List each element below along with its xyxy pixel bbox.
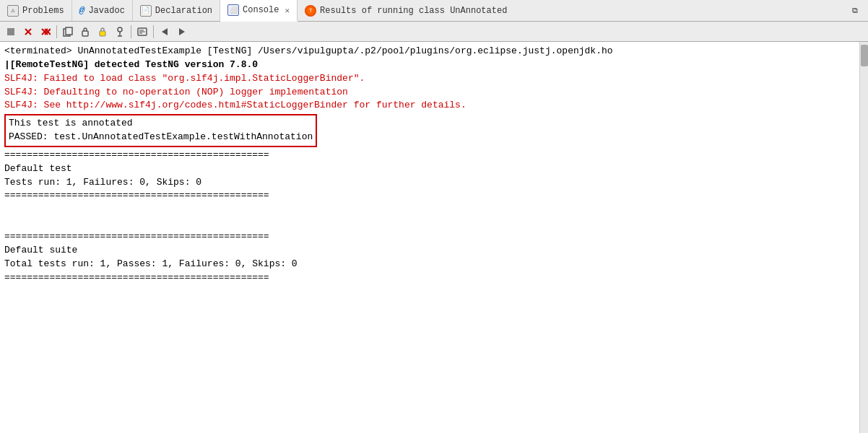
annotated-line2: PASSED: test.UnAnnotatedTestExample.test… <box>9 131 313 144</box>
svg-rect-9 <box>82 31 88 36</box>
slf4j-line2: SLF4J: Defaulting to no-operation (NOP) … <box>4 86 864 100</box>
testng-icon: T <box>305 5 316 17</box>
console-content: <terminated> UnAnnotatedTestExample [Tes… <box>0 42 868 433</box>
svg-marker-18 <box>162 28 168 35</box>
problems-icon: ⚠ <box>7 5 19 17</box>
total-tests-line: Total tests run: 1, Passes: 1, Failures:… <box>4 258 864 271</box>
copy-button[interactable] <box>60 24 76 40</box>
separator-1 <box>56 25 57 38</box>
nav-next-button[interactable] <box>174 24 190 40</box>
svg-rect-8 <box>66 27 72 35</box>
tab-javadoc[interactable]: @ Javadoc <box>72 0 133 21</box>
pin-console-button[interactable] <box>112 24 128 40</box>
tests-run-line: Tests run: 1, Failures: 0, Skips: 0 <box>4 176 864 190</box>
separator2: ========================================… <box>4 189 864 203</box>
default-suite-label: Default suite <box>4 244 864 258</box>
open-console-button[interactable] <box>134 24 150 40</box>
separator-2 <box>131 25 131 38</box>
annotated-output-box: This test is annotated PASSED: test.UnAn… <box>4 114 317 147</box>
lock-button[interactable] <box>77 24 93 40</box>
tab-problems-label: Problems <box>22 6 64 16</box>
blank-line1 <box>4 203 864 216</box>
tab-declaration[interactable]: 📄 Declaration <box>133 0 220 21</box>
separator4: ========================================… <box>4 271 864 285</box>
slf4j-line1: SLF4J: Failed to load class "org.slf4j.i… <box>4 72 864 86</box>
scrollbar-thumb[interactable] <box>861 45 868 66</box>
javadoc-icon: @ <box>79 5 85 16</box>
remote-testng-line: |[RemoteTestNG] detected TestNG version … <box>4 58 864 72</box>
scroll-lock-button[interactable] <box>95 24 110 40</box>
default-test-label: Default test <box>4 162 864 176</box>
eclipse-ide-window: ⚠ Problems @ Javadoc 📄 Declaration ⬜ Con… <box>0 0 868 433</box>
tab-console[interactable]: ⬜ Console ✕ <box>220 0 298 22</box>
tab-bar: ⚠ Problems @ Javadoc 📄 Declaration ⬜ Con… <box>0 0 868 22</box>
tab-results-label: Results of running class UnAnnotated <box>320 6 507 16</box>
tab-declaration-label: Declaration <box>155 6 212 16</box>
svg-point-11 <box>118 27 122 32</box>
annotated-line1: This test is annotated <box>9 117 313 131</box>
svg-rect-10 <box>100 31 105 36</box>
tab-javadoc-label: Javadoc <box>88 6 124 16</box>
terminated-line: <terminated> UnAnnotatedTestExample [Tes… <box>4 45 864 58</box>
svg-marker-19 <box>179 28 185 35</box>
separator3: ========================================… <box>4 230 864 244</box>
tab-console-close[interactable]: ✕ <box>285 6 290 15</box>
tab-results[interactable]: T Results of running class UnAnnotated ⧉ <box>298 0 868 21</box>
slf4j-line3: SLF4J: See http://www.slf4j.org/codes.ht… <box>4 99 864 113</box>
console-toolbar <box>0 22 868 42</box>
svg-rect-0 <box>7 28 14 35</box>
stop-button[interactable] <box>3 24 19 40</box>
remove-all-button[interactable] <box>38 24 53 40</box>
remove-button[interactable] <box>20 24 36 40</box>
console-area: <terminated> UnAnnotatedTestExample [Tes… <box>0 42 868 433</box>
declaration-icon: 📄 <box>140 5 152 17</box>
blank-line2 <box>4 216 864 230</box>
vertical-scrollbar[interactable] <box>859 42 868 433</box>
tab-console-label: Console <box>243 5 279 15</box>
console-icon: ⬜ <box>227 4 239 16</box>
separator-3 <box>153 25 154 38</box>
tab-problems[interactable]: ⚠ Problems <box>0 0 72 21</box>
pin-button[interactable]: ⧉ <box>849 5 861 17</box>
separator1: ========================================… <box>4 149 864 162</box>
nav-prev-button[interactable] <box>157 24 173 40</box>
